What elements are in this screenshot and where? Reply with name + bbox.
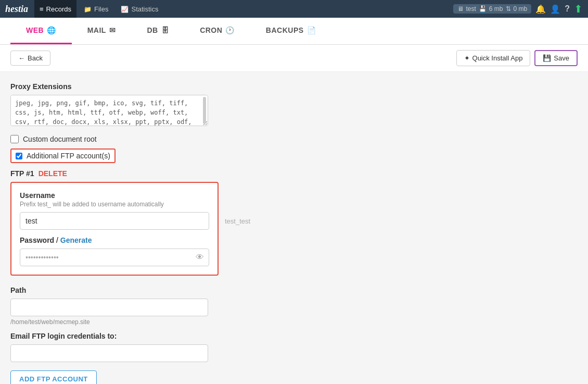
wand-icon: ✦ [464,54,470,62]
additional-ftp-checkbox-wrapper: Additional FTP account(s) [10,148,116,163]
username-label: Username [20,191,209,200]
statistics-icon [121,5,129,13]
files-icon [84,5,92,13]
path-hint: /home/test/web/mecmep.site [10,318,578,326]
cron-icon [225,26,235,34]
sub-navigation: WEB MAIL DB CRON BACKUPS [0,18,588,45]
scrollbar-indicator [203,97,206,124]
hdd-icon: 💾 [479,5,487,13]
username-input[interactable] [20,212,209,230]
upload-icon[interactable]: ⬆ [574,3,583,15]
add-ftp-button[interactable]: ADD FTP ACCOUNT [10,370,97,384]
help-icon[interactable]: ? [565,4,570,14]
tab-db[interactable]: DB [131,18,184,44]
web-icon [47,26,56,34]
ftp-header: FTP #1 DELETE [10,169,578,178]
mail-icon [109,26,116,34]
app-logo: hestia [5,4,28,15]
email-credentials-section: Email FTP login credentials to: [10,332,578,362]
proxy-extensions-textarea[interactable]: jpeg, jpg, png, gif, bmp, ico, svg, tif,… [10,95,208,126]
username-hint: Prefix test_ will be added to username a… [20,201,209,208]
password-label: Password [20,236,54,244]
username-suffix: test_test [225,217,250,225]
bell-icon[interactable]: 🔔 [535,4,546,14]
additional-ftp-checkbox[interactable] [16,153,22,159]
path-label: Path [10,286,578,294]
custom-doc-root-checkbox[interactable] [10,135,19,143]
tab-backups[interactable]: BACKUPS [250,18,331,44]
password-row-label: Password / Generate [20,236,209,244]
toolbar: Back ✦ Quick Install App 💾 Save [0,45,588,72]
server-badge: 🖥 test 💾 6 mb ⇅ 0 mb [453,4,532,14]
save-button[interactable]: 💾 Save [534,50,578,66]
nav-files[interactable]: Files [79,0,113,18]
backups-icon [307,26,316,34]
save-icon: 💾 [543,54,551,62]
password-input[interactable] [20,249,209,266]
nav-records[interactable]: Records [34,0,76,18]
email-label: Email FTP login credentials to: [10,332,578,340]
back-button[interactable]: Back [10,51,50,66]
username-input-row [20,212,209,230]
net-icon: ⇅ [506,5,511,13]
ftp-credentials-box: Username Prefix test_ will be added to u… [10,182,219,276]
db-icon [161,26,169,34]
path-section: Path /home/test/web/mecmep.site [10,286,578,326]
ftp-delete-link[interactable]: DELETE [39,169,67,178]
tab-mail[interactable]: MAIL [72,18,132,44]
path-input[interactable] [10,299,208,316]
toggle-password-icon[interactable]: 👁 [196,253,204,262]
email-input[interactable] [10,344,208,362]
additional-ftp-label: Additional FTP account(s) [27,152,110,160]
tab-web[interactable]: WEB [10,18,72,44]
top-navigation: hestia Records Files Statistics 🖥 test 💾… [0,0,588,18]
nav-statistics[interactable]: Statistics [116,0,163,18]
custom-doc-root-label: Custom document root [23,135,97,143]
user-icon[interactable]: 👤 [550,4,560,14]
generate-link[interactable]: Generate [60,236,92,244]
server-icon: 🖥 [457,5,464,13]
proxy-extensions-label: Proxy Extensions [10,82,578,91]
ftp-credentials-row: Username Prefix test_ will be added to u… [10,182,578,281]
quick-install-button[interactable]: ✦ Quick Install App [456,50,531,66]
proxy-extensions-section: Proxy Extensions jpeg, jpg, png, gif, bm… [10,82,578,128]
back-icon [18,54,25,62]
main-content: Proxy Extensions jpeg, jpg, png, gif, bm… [0,72,588,384]
password-input-wrapper: 👁 [20,249,209,266]
records-icon [40,5,44,13]
tab-cron[interactable]: CRON [184,18,250,44]
additional-ftp-row: Additional FTP account(s) [10,148,578,163]
custom-doc-root-row: Custom document root [10,135,578,143]
